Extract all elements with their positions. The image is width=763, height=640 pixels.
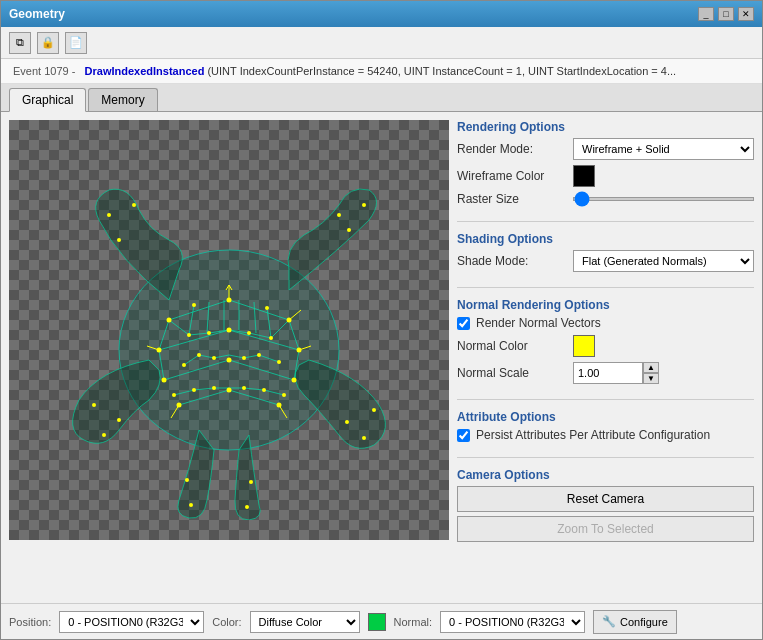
position-label: Position: <box>9 616 51 628</box>
attribute-options-header: Attribute Options <box>457 410 754 424</box>
tab-graphical[interactable]: Graphical <box>9 88 86 112</box>
normal-scale-spinner: 1.00 ▲ ▼ <box>573 362 659 384</box>
svg-point-64 <box>242 386 246 390</box>
event-function: DrawIndexedInstanced <box>85 65 205 77</box>
wireframe-color-swatch[interactable] <box>573 165 595 187</box>
minimize-button[interactable]: _ <box>698 7 714 21</box>
normal-color-swatch[interactable] <box>573 335 595 357</box>
configure-label: Configure <box>620 616 668 628</box>
svg-point-54 <box>265 306 269 310</box>
render-normals-checkbox[interactable] <box>457 317 470 330</box>
normal-select[interactable]: 0 - POSITION0 (R32G3 <box>440 611 585 633</box>
render-normals-label: Render Normal Vectors <box>476 316 601 330</box>
shade-mode-row: Shade Mode: Flat (Generated Normals) Smo… <box>457 250 754 272</box>
3d-viewport[interactable] <box>9 120 449 540</box>
persist-attributes-row: Persist Attributes Per Attribute Configu… <box>457 428 754 442</box>
svg-point-45 <box>292 378 297 383</box>
normal-label: Normal: <box>394 616 433 628</box>
svg-point-49 <box>187 333 191 337</box>
normal-scale-down[interactable]: ▼ <box>643 373 659 384</box>
svg-point-77 <box>362 436 366 440</box>
normal-color-row: Normal Color <box>457 335 754 357</box>
svg-point-65 <box>262 388 266 392</box>
maximize-button[interactable]: □ <box>718 7 734 21</box>
svg-point-61 <box>172 393 176 397</box>
svg-point-80 <box>189 503 193 507</box>
close-button[interactable]: ✕ <box>738 7 754 21</box>
svg-point-59 <box>257 353 261 357</box>
svg-point-70 <box>347 228 351 232</box>
normal-rendering-section: Normal Rendering Options Render Normal V… <box>457 298 754 389</box>
rendering-options-section: Rendering Options Render Mode: Wireframe… <box>457 120 754 211</box>
tab-memory[interactable]: Memory <box>88 88 157 111</box>
configure-button[interactable]: 🔧 Configure <box>593 610 677 634</box>
raster-size-label: Raster Size <box>457 192 567 206</box>
svg-point-76 <box>372 408 376 412</box>
raster-size-slider-container <box>573 197 754 201</box>
title-bar: Geometry _ □ ✕ <box>1 1 762 27</box>
normal-scale-arrows: ▲ ▼ <box>643 362 659 384</box>
svg-point-53 <box>192 303 196 307</box>
svg-point-56 <box>197 353 201 357</box>
reset-camera-button[interactable]: Reset Camera <box>457 486 754 512</box>
svg-point-44 <box>227 358 232 363</box>
toolbar: ⧉ 🔒 📄 <box>1 27 762 59</box>
shading-options-header: Shading Options <box>457 232 754 246</box>
shading-options-section: Shading Options Shade Mode: Flat (Genera… <box>457 232 754 277</box>
color-select[interactable]: Diffuse Color <box>250 611 360 633</box>
svg-point-67 <box>117 238 121 242</box>
svg-point-41 <box>227 328 232 333</box>
svg-point-47 <box>227 388 232 393</box>
color-green-swatch[interactable] <box>368 613 386 631</box>
svg-point-63 <box>212 386 216 390</box>
svg-point-81 <box>249 480 253 484</box>
attribute-options-section: Attribute Options Persist Attributes Per… <box>457 410 754 447</box>
window-title: Geometry <box>9 7 65 21</box>
camera-options-section: Camera Options Reset Camera Zoom To Sele… <box>457 468 754 546</box>
tab-bar: Graphical Memory <box>1 84 762 112</box>
normal-scale-row: Normal Scale 1.00 ▲ ▼ <box>457 362 754 384</box>
svg-point-58 <box>242 356 246 360</box>
shade-mode-select[interactable]: Flat (Generated Normals) Smooth Flat <box>573 250 754 272</box>
svg-point-71 <box>362 203 366 207</box>
svg-point-82 <box>245 505 249 509</box>
raster-size-slider[interactable] <box>573 197 754 201</box>
rendering-options-header: Rendering Options <box>457 120 754 134</box>
svg-point-74 <box>102 433 106 437</box>
svg-point-55 <box>182 363 186 367</box>
svg-point-75 <box>117 418 121 422</box>
render-normals-row: Render Normal Vectors <box>457 316 754 330</box>
model-render <box>39 140 419 520</box>
wrench-icon: 🔧 <box>602 615 616 628</box>
content-area: Graphical Memory <box>1 84 762 603</box>
svg-point-51 <box>247 331 251 335</box>
camera-options-header: Camera Options <box>457 468 754 482</box>
main-window: Geometry _ □ ✕ ⧉ 🔒 📄 Event 1079 - DrawIn… <box>0 0 763 640</box>
zoom-selected-button[interactable]: Zoom To Selected <box>457 516 754 542</box>
position-select[interactable]: 0 - POSITION0 (R32G3 <box>59 611 204 633</box>
svg-point-72 <box>337 213 341 217</box>
render-mode-select[interactable]: Wireframe + Solid Wireframe Solid <box>573 138 754 160</box>
normal-scale-input[interactable]: 1.00 <box>573 362 643 384</box>
svg-point-52 <box>269 336 273 340</box>
svg-point-73 <box>92 403 96 407</box>
normal-color-label: Normal Color <box>457 339 567 353</box>
raster-size-row: Raster Size <box>457 192 754 206</box>
persist-attributes-label: Persist Attributes Per Attribute Configu… <box>476 428 710 442</box>
right-panel: Rendering Options Render Mode: Wireframe… <box>457 120 754 595</box>
normal-scale-label: Normal Scale <box>457 366 567 380</box>
lock-button[interactable]: 🔒 <box>37 32 59 54</box>
svg-point-79 <box>185 478 189 482</box>
normal-scale-up[interactable]: ▲ <box>643 362 659 373</box>
color-label: Color: <box>212 616 241 628</box>
copy-button[interactable]: ⧉ <box>9 32 31 54</box>
persist-attributes-checkbox[interactable] <box>457 429 470 442</box>
event-number: Event 1079 - <box>13 65 75 77</box>
svg-point-37 <box>167 318 172 323</box>
event-bar: Event 1079 - DrawIndexedInstanced (UINT … <box>1 59 762 84</box>
svg-point-60 <box>277 360 281 364</box>
doc-button[interactable]: 📄 <box>65 32 87 54</box>
event-params: (UINT IndexCountPerInstance = 54240, UIN… <box>207 65 676 77</box>
svg-point-43 <box>162 378 167 383</box>
normal-rendering-header: Normal Rendering Options <box>457 298 754 312</box>
